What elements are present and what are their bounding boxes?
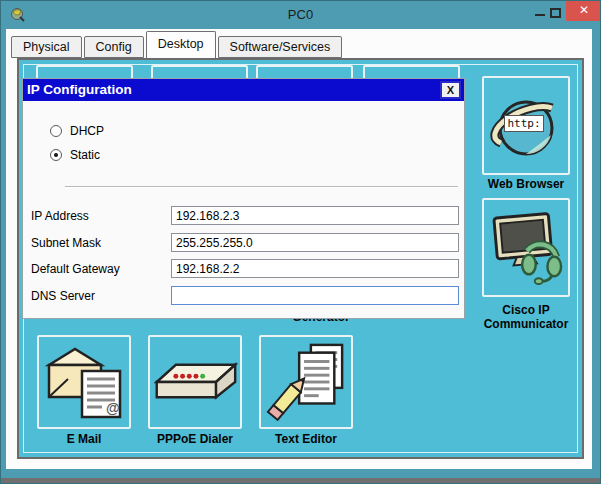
dns-server-label: DNS Server: [31, 289, 95, 303]
close-button[interactable]: ✕: [566, 1, 601, 21]
subnet-mask-label: Subnet Mask: [31, 236, 101, 250]
ip-configuration-dialog: IP Configuration X DHCP Static IP Addres…: [22, 78, 465, 319]
dhcp-radio-row: DHCP: [50, 124, 104, 138]
dialog-separator: [65, 186, 458, 188]
email-icon: @: [44, 343, 124, 421]
ip-address-input[interactable]: [171, 206, 459, 225]
static-radio-row: Static: [50, 148, 100, 162]
cisco-ip-communicator-icon: [488, 210, 564, 286]
dhcp-radio-label: DHCP: [70, 124, 104, 138]
dialog-titlebar: IP Configuration X: [23, 79, 464, 101]
dns-server-input[interactable]: [171, 286, 459, 305]
minimize-icon[interactable]: [535, 14, 545, 16]
window-bottom-edge: [1, 478, 600, 483]
tab-software-services[interactable]: Software/Services: [218, 36, 343, 58]
dialog-title: IP Configuration: [27, 82, 132, 97]
maximize-icon[interactable]: [550, 8, 561, 18]
window-content: Physical Config Desktop Software/Service…: [6, 29, 592, 469]
static-radio[interactable]: [50, 149, 62, 161]
text-editor-label: Text Editor: [254, 432, 358, 446]
tab-physical[interactable]: Physical: [11, 36, 82, 58]
cisco-ip-communicator-label: Cisco IP Communicator: [470, 303, 582, 331]
text-editor-button[interactable]: [259, 335, 353, 429]
desktop-panel: Generator http: Web Browser: [17, 58, 584, 459]
web-browser-label: Web Browser: [474, 177, 578, 191]
subnet-mask-input[interactable]: [171, 233, 459, 252]
pppoe-dialer-icon: [151, 353, 239, 411]
text-editor-icon: [264, 341, 348, 423]
pppoe-dialer-button[interactable]: [148, 335, 242, 429]
pc0-window: PC0 ✕ Physical Config Desktop Software/S…: [0, 0, 601, 484]
email-label: E Mail: [32, 432, 136, 446]
ip-address-label: IP Address: [31, 209, 89, 223]
email-button[interactable]: @: [37, 335, 131, 429]
dialog-close-button[interactable]: X: [440, 81, 461, 99]
cisco-ip-communicator-button[interactable]: [482, 198, 570, 297]
tab-config[interactable]: Config: [84, 36, 144, 58]
default-gateway-label: Default Gateway: [31, 262, 120, 276]
window-title: PC0: [1, 7, 600, 22]
static-radio-label: Static: [70, 148, 100, 162]
http-badge: http:: [504, 115, 544, 132]
tab-bar: Physical Config Desktop Software/Service…: [11, 31, 344, 58]
tab-desktop[interactable]: Desktop: [146, 31, 216, 58]
window-titlebar: PC0 ✕: [1, 1, 600, 29]
web-browser-button[interactable]: http:: [482, 76, 570, 175]
svg-text:@: @: [106, 400, 120, 416]
pppoe-dialer-label: PPPoE Dialer: [143, 432, 247, 446]
default-gateway-input[interactable]: [171, 259, 459, 278]
dhcp-radio[interactable]: [50, 125, 62, 137]
